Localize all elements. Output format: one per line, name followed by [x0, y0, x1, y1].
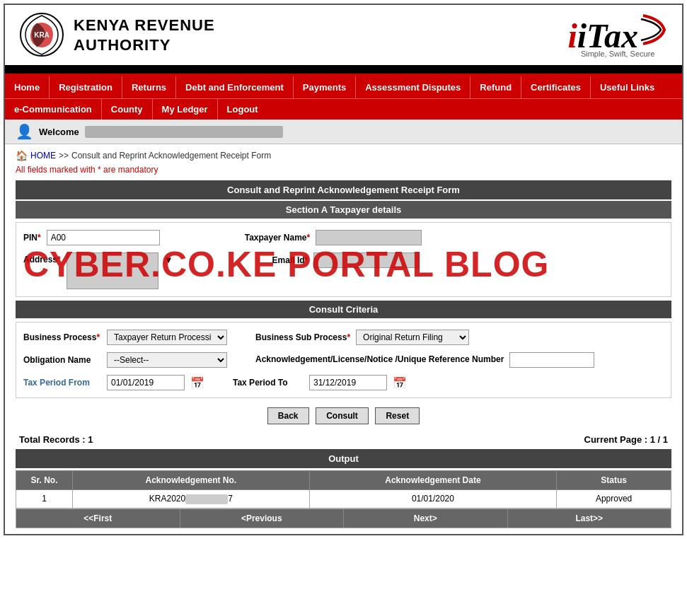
- pin-taxpayer-row: PIN* Taxpayer Name*: [23, 230, 664, 245]
- taxpayer-name-blurred: [316, 230, 422, 245]
- pin-input[interactable]: [47, 230, 160, 245]
- col-status: Status: [557, 471, 671, 490]
- obligation-name-label: Obligation Name: [23, 355, 101, 365]
- address-dropdown-arrow: ▼: [164, 255, 173, 265]
- cell-ack-date: 01/01/2020: [309, 490, 557, 509]
- output-header: Output: [16, 449, 671, 468]
- breadcrumb: 🏠 HOME >> Consult and Reprint Acknowledg…: [16, 150, 671, 161]
- obligation-name-select[interactable]: --Select--: [107, 352, 227, 368]
- address-blurred: [67, 252, 158, 289]
- tax-period-to-label: Tax Period To: [233, 378, 304, 388]
- nav-assessment-disputes[interactable]: Assessment Disputes: [356, 76, 470, 98]
- calendar-from-icon[interactable]: 📅: [190, 376, 204, 390]
- nav-my-ledger[interactable]: My Ledger: [153, 99, 218, 120]
- consult-criteria-header: Consult Criteria: [16, 301, 671, 318]
- calendar-to-icon[interactable]: 📅: [393, 376, 407, 390]
- nav-top: Home Registration Returns Debt and Enfor…: [5, 76, 682, 98]
- business-sub-process-select[interactable]: Original Return Filing: [356, 330, 469, 345]
- nav-returns[interactable]: Returns: [122, 76, 176, 98]
- criteria-section: Business Process* Taxpayer Return Proces…: [16, 322, 671, 398]
- nav-payments[interactable]: Payments: [294, 76, 356, 98]
- breadcrumb-home[interactable]: HOME: [30, 151, 56, 161]
- black-bar: [5, 68, 682, 74]
- address-email-row: Address* ▼ Email Id*: [23, 252, 664, 289]
- email-label: Email Id*: [272, 255, 308, 265]
- nav-useful-links[interactable]: Useful Links: [591, 76, 664, 98]
- nav-logout[interactable]: Logout: [218, 99, 267, 120]
- action-buttons: Back Consult Reset: [16, 402, 671, 430]
- tax-period-from-input[interactable]: [107, 375, 185, 390]
- nav-county[interactable]: County: [102, 99, 153, 120]
- pagination-bar: <<First <Previous Next> Last>>: [16, 509, 671, 528]
- nav-refund[interactable]: Refund: [470, 76, 521, 98]
- col-ack-date: Acknowledgement Date: [309, 471, 557, 490]
- nav-registration[interactable]: Registration: [50, 76, 122, 98]
- nav-ecommunication[interactable]: e-Communication: [5, 99, 102, 120]
- reset-button[interactable]: Reset: [375, 407, 420, 424]
- ack-input[interactable]: [509, 352, 594, 368]
- svg-text:KRA: KRA: [34, 31, 50, 39]
- business-sub-process-label: Business Sub Process*: [255, 332, 350, 342]
- criteria-row-1: Business Process* Taxpayer Return Proces…: [23, 330, 664, 345]
- section-a-header: Section A Taxpayer details: [16, 201, 671, 219]
- table-row: 1 KRA20207 01/01/2020 Approved: [16, 490, 671, 509]
- back-button[interactable]: Back: [267, 407, 309, 424]
- business-process-label: Business Process*: [23, 332, 101, 342]
- criteria-row-2: Obligation Name --Select-- Acknowledgeme…: [23, 352, 664, 368]
- content-area: 🏠 HOME >> Consult and Reprint Acknowledg…: [5, 144, 682, 534]
- taxpayer-name-group: Taxpayer Name*: [245, 230, 422, 245]
- cell-sr-no: 1: [16, 490, 73, 509]
- user-icon: 👤: [16, 123, 33, 140]
- records-bar: Total Records : 1 Current Page : 1 / 1: [16, 430, 671, 449]
- breadcrumb-separator: >>: [59, 151, 69, 161]
- pin-label: PIN*: [23, 233, 41, 243]
- itax-tagline: Simple, Swift, Secure: [567, 50, 668, 58]
- col-ack-no: Acknowledgement No.: [73, 471, 310, 490]
- consult-button[interactable]: Consult: [316, 407, 369, 424]
- col-sr-no: Sr. No.: [16, 471, 73, 490]
- itax-logo: i iTax Simple, Swift, Secure: [567, 12, 668, 58]
- nav-certificates[interactable]: Certificates: [521, 76, 591, 98]
- first-page-button[interactable]: <<First: [16, 509, 180, 528]
- taxpayer-name-label: Taxpayer Name*: [245, 233, 311, 243]
- nav-debt-enforcement[interactable]: Debt and Enforcement: [176, 76, 294, 98]
- email-blurred: [313, 252, 420, 268]
- kra-name: Kenya RevenueAuthority: [74, 16, 215, 54]
- kra-logo: KRA Kenya RevenueAuthority: [19, 12, 215, 58]
- total-records: Total Records : 1: [19, 434, 93, 445]
- business-process-select[interactable]: Taxpayer Return Processi: [107, 330, 227, 345]
- welcome-bar: 👤 Welcome: [5, 120, 682, 144]
- address-group: Address* ▼: [23, 252, 173, 289]
- form-title-header: Consult and Reprint Acknowledgement Rece…: [16, 180, 671, 199]
- cell-ack-no: KRA20207: [73, 490, 310, 509]
- nav-bottom: e-Communication County My Ledger Logout: [5, 98, 682, 120]
- breadcrumb-current: Consult and Reprint Acknowledgement Rece…: [71, 151, 271, 161]
- current-page: Current Page : 1 / 1: [584, 434, 668, 445]
- cell-status: Approved: [557, 490, 671, 509]
- tax-period-from-label: Tax Period From: [23, 378, 101, 388]
- kra-logo-icon: KRA: [19, 12, 65, 58]
- taxpayer-details-section: CYBER.CO.KE PORTAL BLOG PIN* Taxpayer Na…: [16, 222, 671, 297]
- criteria-row-3: Tax Period From 📅 Tax Period To 📅: [23, 375, 664, 390]
- tax-period-to-input[interactable]: [309, 375, 387, 390]
- address-label: Address*: [23, 252, 61, 265]
- mandatory-note: All fields marked with * are mandatory: [16, 165, 671, 175]
- pin-group: PIN*: [23, 230, 160, 245]
- header: KRA Kenya RevenueAuthority i iTax Simple…: [5, 5, 682, 68]
- previous-page-button[interactable]: <Previous: [180, 509, 345, 528]
- welcome-label: Welcome: [39, 127, 79, 137]
- nav-home[interactable]: Home: [5, 76, 50, 98]
- next-page-button[interactable]: Next>: [344, 509, 508, 528]
- ack-label: Acknowledgement/License/Notice /Unique R…: [255, 354, 504, 366]
- user-name-blurred: [85, 126, 283, 138]
- email-group: Email Id*: [272, 252, 420, 268]
- last-page-button[interactable]: Last>>: [508, 509, 671, 528]
- output-table: Sr. No. Acknowledgement No. Acknowledgem…: [16, 470, 671, 509]
